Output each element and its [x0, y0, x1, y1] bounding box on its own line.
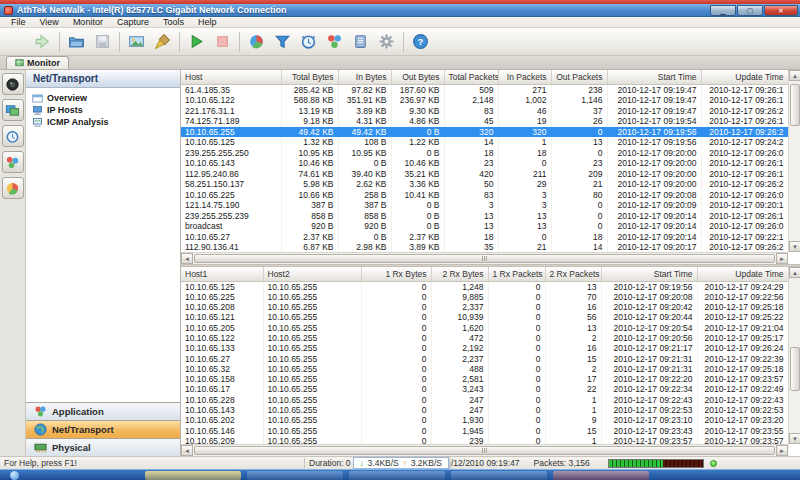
table-cell[interactable]: 2.98 KB	[338, 242, 391, 253]
table-cell[interactable]: 1.22 KB	[391, 137, 444, 148]
table-cell[interactable]: 10.10.65.255	[263, 302, 361, 312]
protocols-button[interactable]	[322, 30, 347, 54]
table-cell[interactable]: 74.61 KB	[281, 169, 338, 180]
taskbar-button[interactable]	[247, 471, 343, 480]
table-row[interactable]: 10.10.65.1710.10.65.25503,2430222010-12-…	[181, 384, 788, 394]
alarm-button[interactable]	[296, 30, 321, 54]
table-cell[interactable]: 1,146	[551, 95, 607, 106]
table-cell[interactable]: 2010-12-17 09:20:42	[601, 302, 697, 312]
table-cell[interactable]: 387 B	[281, 200, 338, 211]
table-cell[interactable]: 10.10.65.146	[181, 426, 263, 436]
table-cell[interactable]: 83	[444, 190, 498, 201]
table-cell[interactable]: 0 B	[391, 211, 444, 222]
table-cell[interactable]: 10.10.65.255	[181, 127, 281, 138]
column-header[interactable]: Host1	[181, 267, 263, 281]
table-cell[interactable]: 18	[498, 148, 551, 159]
monitor-view-button[interactable]	[2, 99, 24, 121]
column-header[interactable]: Update Time	[697, 267, 788, 281]
table-cell[interactable]: 83	[444, 106, 498, 117]
table-cell[interactable]: 0	[361, 323, 431, 333]
table-cell[interactable]: 0	[488, 343, 545, 353]
table-cell[interactable]: 13	[545, 281, 601, 292]
table-cell[interactable]: 2010-12-17 09:19:54	[607, 116, 701, 127]
table-cell[interactable]: 0	[488, 415, 545, 425]
table-cell[interactable]: 29	[498, 179, 551, 190]
table-cell[interactable]: 35.21 KB	[391, 169, 444, 180]
table-cell[interactable]: 10.41 KB	[391, 190, 444, 201]
table-cell[interactable]: 10.95 KB	[338, 148, 391, 159]
table-row[interactable]: 58.251.150.1375.98 KB2.62 KB3.36 KB50292…	[181, 179, 788, 190]
table-cell[interactable]: 10.10.65.143	[181, 158, 281, 169]
column-header[interactable]: Host2	[263, 267, 361, 281]
table-cell[interactable]: 37	[551, 106, 607, 117]
table-cell[interactable]: 2010-12-17 09:26:0	[701, 190, 788, 201]
column-header[interactable]: Start Time	[601, 267, 697, 281]
table-cell[interactable]: 10.66 KB	[281, 190, 338, 201]
table-cell[interactable]: 2010-12-17 09:20:56	[601, 333, 697, 343]
table-cell[interactable]: 236.97 KB	[391, 95, 444, 106]
table-cell[interactable]: 3.89 KB	[338, 106, 391, 117]
table-cell[interactable]: 10.46 KB	[281, 158, 338, 169]
table-cell[interactable]: 858 B	[338, 211, 391, 222]
column-header[interactable]: 1 Rx Bytes	[361, 267, 431, 281]
group-button-physical[interactable]: Physical	[26, 438, 180, 456]
table-cell[interactable]: 10.10.65.17	[181, 384, 263, 394]
table-cell[interactable]: 0	[361, 364, 431, 374]
table-row[interactable]: 61.4.185.35285.42 KB97.82 KB187.60 KB509…	[181, 84, 788, 95]
table-cell[interactable]: 351.91 KB	[338, 95, 391, 106]
export-image-button[interactable]	[124, 30, 149, 54]
table-cell[interactable]: 10.10.65.122	[181, 95, 281, 106]
charts-button[interactable]	[244, 30, 269, 54]
table-row[interactable]: 10.10.65.272.37 KB0 B2.37 KB180182010-12…	[181, 232, 788, 243]
table-cell[interactable]: 21	[498, 242, 551, 253]
charts-view-button[interactable]	[2, 177, 24, 199]
table-cell[interactable]: 21	[551, 179, 607, 190]
table-cell[interactable]: 2010-12-17 09:19:56	[607, 127, 701, 138]
table-cell[interactable]: 0 B	[391, 148, 444, 159]
column-header[interactable]: Total Bytes	[281, 70, 338, 84]
table-row[interactable]: 10.10.65.2710.10.65.25502,2370152010-12-…	[181, 354, 788, 364]
table-cell[interactable]: 0	[488, 333, 545, 343]
table-cell[interactable]: 23	[551, 158, 607, 169]
table-cell[interactable]: 0	[488, 302, 545, 312]
table-cell[interactable]: 3.89 KB	[391, 242, 444, 253]
menu-file[interactable]: File	[4, 17, 33, 28]
table-cell[interactable]: 10.10.65.121	[181, 312, 263, 322]
tree-item-ip-hosts[interactable]: IP Hosts	[32, 104, 180, 116]
table-cell[interactable]: 2,148	[444, 95, 498, 106]
table-cell[interactable]: 238	[551, 84, 607, 95]
table-cell[interactable]: 509	[444, 84, 498, 95]
table-cell[interactable]: 10.10.65.255	[263, 281, 361, 292]
table-cell[interactable]: 271	[498, 84, 551, 95]
table-cell[interactable]: 70	[545, 292, 601, 302]
group-button-application[interactable]: Application	[26, 402, 180, 420]
table-cell[interactable]: 19	[498, 116, 551, 127]
table-cell[interactable]: 10.10.65.255	[263, 312, 361, 322]
table-row[interactable]: 239.255.255.25010.95 KB10.95 KB0 B181802…	[181, 148, 788, 159]
table-cell[interactable]: 420	[444, 169, 498, 180]
table-cell[interactable]: 3,243	[431, 384, 488, 394]
table-cell[interactable]: 2010-12-17 09:20:14	[607, 232, 701, 243]
table-row[interactable]: 10.10.65.22510.10.65.25509,8850702010-12…	[181, 292, 788, 302]
table-cell[interactable]: 45	[444, 116, 498, 127]
menu-monitor[interactable]: Monitor	[66, 17, 110, 28]
table-cell[interactable]: 0	[361, 302, 431, 312]
table-cell[interactable]: 10.10.65.125	[181, 137, 281, 148]
table-cell[interactable]: 10.10.65.255	[263, 364, 361, 374]
table-cell[interactable]: 1.32 KB	[281, 137, 338, 148]
scroll-up-arrow[interactable]: ▲	[789, 267, 800, 278]
table-cell[interactable]: 2010-12-17 09:20:1	[701, 200, 788, 211]
table-cell[interactable]: 0	[551, 148, 607, 159]
table-cell[interactable]: 0	[488, 323, 545, 333]
table-cell[interactable]: 0	[361, 415, 431, 425]
table-row[interactable]: 112.90.136.416.87 KB2.98 KB3.89 KB352114…	[181, 242, 788, 253]
table-cell[interactable]: 0	[361, 395, 431, 405]
table-cell[interactable]: 0	[488, 354, 545, 364]
table-cell[interactable]: 58.251.150.137	[181, 179, 281, 190]
table-cell[interactable]: 2010-12-17 09:26:2	[701, 179, 788, 190]
table-cell[interactable]: 2010-12-17 09:25:22	[697, 312, 788, 322]
table-cell[interactable]: 49.42 KB	[338, 127, 391, 138]
table-cell[interactable]: 10.10.65.32	[181, 364, 263, 374]
table-cell[interactable]: 0 B	[391, 200, 444, 211]
table-cell[interactable]: 3.36 KB	[391, 179, 444, 190]
